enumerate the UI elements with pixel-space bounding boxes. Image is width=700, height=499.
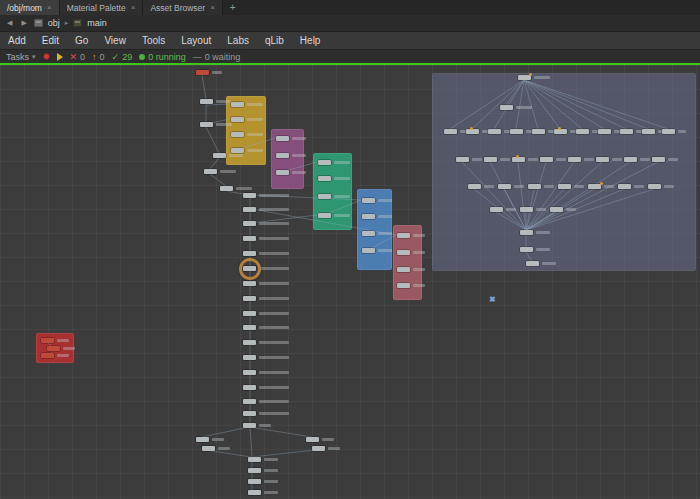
forward-arrow-icon[interactable]: ▶ [19, 19, 28, 27]
network-node[interactable] [624, 157, 637, 162]
network-node[interactable] [498, 184, 511, 189]
network-node[interactable] [243, 221, 256, 226]
network-node[interactable] [231, 102, 244, 107]
path-current-node[interactable]: main [87, 18, 107, 28]
network-node[interactable] [642, 129, 655, 134]
network-node[interactable] [397, 267, 410, 272]
network-node[interactable] [276, 170, 289, 175]
network-node[interactable] [456, 157, 469, 162]
pane-tab-asset-browser[interactable]: Asset Browser × [143, 0, 222, 15]
network-canvas[interactable]: ✖ [0, 65, 700, 499]
menu-edit[interactable]: Edit [34, 32, 67, 49]
network-node[interactable] [243, 399, 256, 404]
network-node[interactable] [512, 157, 525, 162]
network-node[interactable] [243, 311, 256, 316]
tasks-dropdown[interactable]: Tasks ▾ [6, 52, 36, 62]
menu-go[interactable]: Go [67, 32, 96, 49]
network-node[interactable] [397, 250, 410, 255]
network-node[interactable] [196, 437, 209, 442]
network-node[interactable] [540, 157, 553, 162]
network-node[interactable] [318, 176, 331, 181]
network-node[interactable] [318, 194, 331, 199]
network-node[interactable] [500, 105, 513, 110]
network-node[interactable] [243, 236, 256, 241]
network-node[interactable] [484, 157, 497, 162]
network-node[interactable] [231, 132, 244, 137]
back-arrow-icon[interactable]: ◀ [5, 19, 14, 27]
network-node[interactable] [588, 184, 601, 189]
menu-tools[interactable]: Tools [134, 32, 173, 49]
menu-add[interactable]: Add [0, 32, 34, 49]
menu-view[interactable]: View [96, 32, 134, 49]
network-node[interactable] [243, 281, 256, 286]
network-node[interactable] [276, 153, 289, 158]
network-node[interactable] [362, 214, 375, 219]
network-node[interactable] [596, 157, 609, 162]
menu-labs[interactable]: Labs [219, 32, 257, 49]
network-node[interactable] [662, 129, 675, 134]
network-node[interactable] [47, 346, 60, 351]
network-node[interactable] [490, 207, 503, 212]
network-node[interactable] [488, 129, 501, 134]
menu-layout[interactable]: Layout [173, 32, 219, 49]
network-node[interactable] [318, 213, 331, 218]
network-node[interactable] [312, 446, 325, 451]
new-tab-button[interactable]: + [223, 0, 243, 15]
network-node[interactable] [243, 296, 256, 301]
network-node[interactable] [200, 99, 213, 104]
network-node[interactable] [526, 261, 539, 266]
pane-tab-material-palette[interactable]: Material Palette × [60, 0, 144, 15]
network-node[interactable] [243, 251, 256, 256]
network-node[interactable] [362, 231, 375, 236]
network-node[interactable] [41, 338, 54, 343]
close-icon[interactable]: × [47, 3, 52, 12]
network-node[interactable] [444, 129, 457, 134]
network-marker[interactable]: ✖ [489, 296, 496, 304]
network-node[interactable] [318, 160, 331, 165]
network-node[interactable] [243, 325, 256, 330]
network-node[interactable] [243, 193, 256, 198]
network-node[interactable] [397, 233, 410, 238]
network-node[interactable] [520, 247, 533, 252]
network-node[interactable] [231, 117, 244, 122]
network-node[interactable] [568, 157, 581, 162]
network-node[interactable] [362, 198, 375, 203]
network-node[interactable] [618, 184, 631, 189]
network-node[interactable] [213, 153, 226, 158]
network-node[interactable] [200, 122, 213, 127]
network-node[interactable] [397, 283, 410, 288]
network-node[interactable] [576, 129, 589, 134]
network-node[interactable] [598, 129, 611, 134]
network-node[interactable] [528, 184, 541, 189]
network-node[interactable] [620, 129, 633, 134]
network-node[interactable] [362, 248, 375, 253]
network-node[interactable] [652, 157, 665, 162]
network-node[interactable] [550, 207, 563, 212]
network-node[interactable] [204, 169, 217, 174]
network-node[interactable] [532, 129, 545, 134]
network-node[interactable] [243, 411, 256, 416]
network-node[interactable] [243, 385, 256, 390]
network-node[interactable] [196, 70, 209, 75]
network-node[interactable] [243, 207, 256, 212]
network-node[interactable] [520, 207, 533, 212]
network-node[interactable] [243, 340, 256, 345]
network-node[interactable] [466, 129, 479, 134]
network-node[interactable] [243, 355, 256, 360]
network-node[interactable] [520, 230, 533, 235]
network-node[interactable] [276, 136, 289, 141]
close-icon[interactable]: × [210, 3, 215, 12]
network-node[interactable] [510, 129, 523, 134]
pane-tab-obj-mom[interactable]: /obj/mom × [0, 0, 60, 15]
network-node[interactable] [248, 479, 261, 484]
menu-help[interactable]: Help [292, 32, 329, 49]
close-icon[interactable]: × [131, 3, 136, 12]
network-node[interactable] [202, 446, 215, 451]
resume-tasks-icon[interactable] [57, 53, 63, 61]
network-node[interactable] [248, 468, 261, 473]
network-node[interactable] [558, 184, 571, 189]
network-node[interactable] [468, 184, 481, 189]
network-node[interactable] [243, 370, 256, 375]
network-node[interactable] [248, 490, 261, 495]
network-node[interactable] [554, 129, 567, 134]
